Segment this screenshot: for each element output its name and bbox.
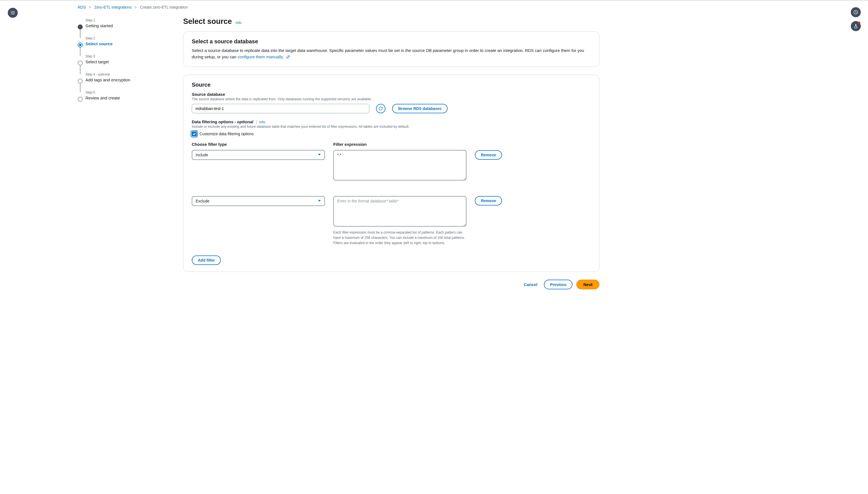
hamburger-icon <box>10 10 15 15</box>
refresh-icon <box>378 106 383 111</box>
data-filtering-info-link[interactable]: Info <box>259 120 265 124</box>
filter-type-value: Include <box>196 153 208 157</box>
data-filtering-title: Data filtering options - optional <box>192 119 253 124</box>
step-main-label: Select target <box>85 59 161 64</box>
cancel-button[interactable]: Cancel <box>521 280 540 289</box>
step-small-label: Step 2 <box>85 36 161 40</box>
flask-icon <box>853 24 858 28</box>
wizard-footer: Cancel Previous Next <box>183 280 599 289</box>
page-title: Select source Info <box>183 17 599 26</box>
filter-expression-input[interactable] <box>333 150 467 180</box>
step-small-label: Step 4 - optional <box>85 73 161 76</box>
filter-constraint-text: Each filter expression must be a comma-s… <box>333 230 467 245</box>
external-link-icon <box>286 54 290 58</box>
step-bullet-done-icon <box>78 24 83 30</box>
step-small-label: Step 5 <box>85 91 161 94</box>
source-db-input[interactable] <box>192 104 369 113</box>
notification-dot <box>858 22 860 24</box>
data-filtering-hint: Include or exclude any existing and futu… <box>192 125 591 129</box>
breadcrumb: RDS Zero-ETL integrations Create zero-ET… <box>78 5 790 10</box>
card-title: Select a source database <box>192 38 591 45</box>
step-bullet-icon <box>78 97 83 102</box>
card-description: Select a source database to replicate da… <box>192 48 591 60</box>
filter-expression-input[interactable] <box>333 196 467 227</box>
browse-rds-button[interactable]: Browse RDS databases <box>392 104 448 113</box>
cloudshell-button[interactable] <box>851 7 861 17</box>
page-title-info-link[interactable]: Info <box>236 21 242 25</box>
card-title: Source <box>192 82 591 88</box>
filter-type-value: Exclude <box>196 199 210 203</box>
step-main-label: Select source <box>85 41 161 46</box>
filter-row: Exclude Each filter expression must be a… <box>192 196 591 245</box>
filter-type-header: Choose filter type <box>192 142 325 147</box>
filter-expression-header: Filter expression <box>333 142 467 147</box>
step-bullet-icon <box>78 60 83 65</box>
customize-filtering-label: Customize data filtering options <box>199 132 254 136</box>
caret-down-icon <box>318 153 321 157</box>
step-getting-started[interactable]: Step 1 Getting started <box>78 18 161 36</box>
step-select-source[interactable]: Step 2 Select source <box>78 36 161 54</box>
next-button[interactable]: Next <box>576 280 599 289</box>
check-icon <box>193 132 196 135</box>
step-review-create[interactable]: Step 5 Review and create <box>78 91 161 109</box>
breadcrumb-current: Create zero-ETL integration <box>140 5 188 10</box>
step-select-target[interactable]: Step 3 Select target <box>78 54 161 73</box>
divider <box>256 120 256 125</box>
step-add-tags[interactable]: Step 4 - optional Add tags and encryptio… <box>78 73 161 91</box>
filter-row: Choose filter type Include Filter expres… <box>192 142 591 180</box>
step-small-label: Step 3 <box>85 54 161 58</box>
source-db-label: Source database <box>192 92 591 97</box>
chevron-right-icon <box>134 5 137 10</box>
step-main-label: Getting started <box>85 23 161 28</box>
previous-button[interactable]: Previous <box>544 280 572 289</box>
step-bullet-active-icon <box>78 42 83 48</box>
customize-filtering-checkbox[interactable] <box>192 131 197 136</box>
step-small-label: Step 1 <box>85 18 161 22</box>
filter-type-select[interactable]: Include <box>192 150 325 160</box>
source-db-hint: The source database where the data is re… <box>192 97 591 101</box>
refresh-button[interactable] <box>376 104 386 113</box>
configure-manually-link[interactable]: configure them manually. <box>238 54 290 59</box>
source-card: Source Source database The source databa… <box>183 75 599 272</box>
add-filter-button[interactable]: Add filter <box>192 255 221 265</box>
filter-type-select[interactable]: Exclude <box>192 196 325 206</box>
step-main-label: Review and create <box>85 96 161 100</box>
breadcrumb-rds[interactable]: RDS <box>78 5 86 10</box>
chevron-right-icon <box>89 5 92 10</box>
remove-filter-button[interactable]: Remove <box>475 196 502 206</box>
feedback-button[interactable] <box>851 21 861 31</box>
breadcrumb-zero-etl[interactable]: Zero-ETL integrations <box>94 5 132 10</box>
select-source-db-card: Select a source database Select a source… <box>183 31 599 67</box>
caret-down-icon <box>318 199 321 203</box>
step-bullet-icon <box>78 79 83 83</box>
clock-icon <box>853 10 858 15</box>
wizard-steps: Step 1 Getting started Step 2 Select sou… <box>78 17 161 289</box>
nav-hamburger[interactable] <box>8 8 18 18</box>
remove-filter-button[interactable]: Remove <box>475 150 502 160</box>
step-main-label: Add tags and encryption <box>85 77 161 82</box>
